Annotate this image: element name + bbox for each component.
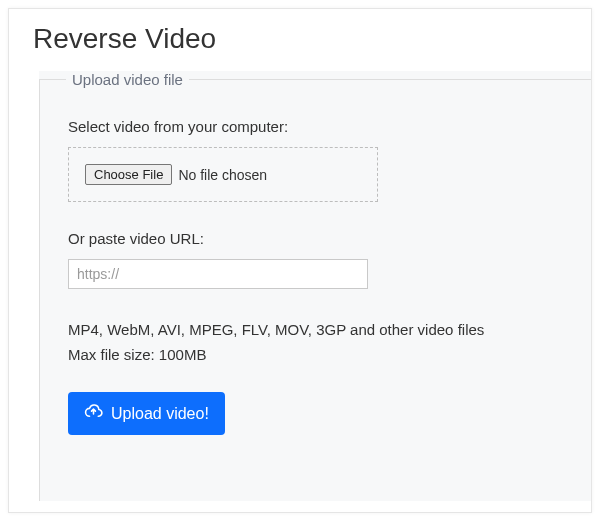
upload-group-legend: Upload video file [66,71,189,88]
app-card: Reverse Video Upload video file Select v… [8,8,592,513]
upload-fieldset: Upload video file Select video from your… [39,71,591,501]
page-title: Reverse Video [33,23,591,55]
max-file-size-text: Max file size: 100MB [68,344,563,367]
supported-formats-text: MP4, WebM, AVI, MPEG, FLV, MOV, 3GP and … [68,319,563,342]
file-chosen-status: No file chosen [178,167,267,183]
upload-panel: Upload video file Select video from your… [39,71,591,501]
upload-video-button[interactable]: Upload video! [68,392,225,435]
select-from-computer-label: Select video from your computer: [68,118,563,135]
file-input-wrapper: Choose File No file chosen [85,164,361,185]
video-url-input[interactable] [68,259,368,289]
file-drop-zone[interactable]: Choose File No file chosen [68,147,378,202]
cloud-upload-icon [84,402,103,425]
choose-file-button[interactable]: Choose File [85,164,172,185]
paste-url-label: Or paste video URL: [68,230,563,247]
upload-video-button-label: Upload video! [111,405,209,423]
